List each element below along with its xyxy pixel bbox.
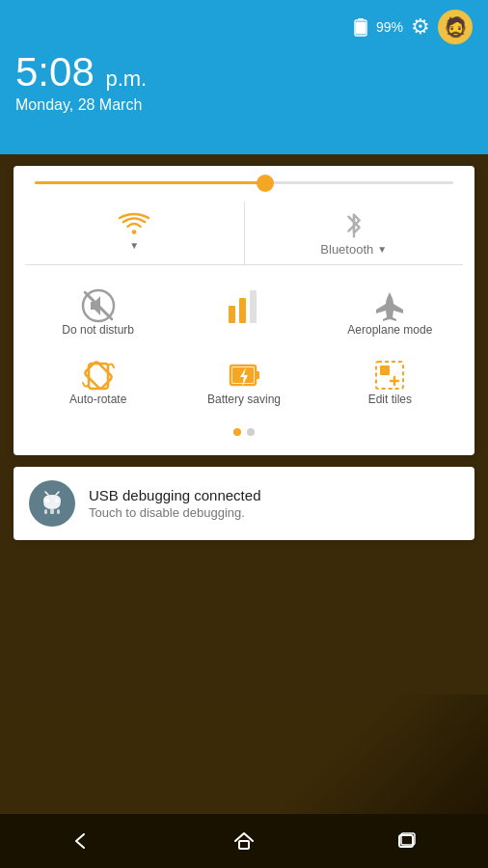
tiles-grid: Do not disturb Aeroplane mode bbox=[25, 265, 463, 415]
bluetooth-dropdown[interactable]: Bluetooth ▼ bbox=[320, 242, 387, 257]
wifi-dropdown[interactable]: ▼ bbox=[129, 240, 139, 251]
tile-auto-rotate[interactable]: Auto-rotate bbox=[25, 344, 171, 414]
bluetooth-label: Bluetooth bbox=[320, 242, 373, 257]
aeroplane-icon bbox=[372, 288, 407, 323]
home-button[interactable] bbox=[225, 822, 263, 860]
svg-line-28 bbox=[45, 492, 48, 495]
tile-volume-area bbox=[171, 275, 316, 344]
tile-edit-tiles[interactable]: Edit tiles bbox=[317, 344, 463, 414]
status-top: 99% ⚙ 🧔 bbox=[15, 10, 473, 44]
tile-do-not-disturb[interactable]: Do not disturb bbox=[25, 275, 171, 344]
svg-point-3 bbox=[132, 230, 137, 234]
back-button[interactable] bbox=[62, 822, 100, 860]
date-display: Monday, 28 March bbox=[15, 96, 473, 114]
settings-icon[interactable]: ⚙ bbox=[411, 14, 430, 40]
bluetooth-toggle[interactable]: Bluetooth ▼ bbox=[245, 202, 464, 264]
do-not-disturb-label: Do not disturb bbox=[62, 323, 134, 337]
time-period: p.m. bbox=[105, 67, 147, 91]
nav-bar bbox=[0, 814, 488, 868]
toggle-row: ▼ Bluetooth ▼ bbox=[25, 202, 463, 265]
notification-card[interactable]: USB debugging connected Touch to disable… bbox=[14, 467, 474, 540]
wifi-toggle[interactable]: ▼ bbox=[25, 202, 245, 264]
page-dot-2[interactable] bbox=[247, 428, 255, 436]
svg-rect-25 bbox=[50, 509, 54, 514]
battery-saving-label: Battery saving bbox=[207, 393, 281, 406]
slider-thumb[interactable] bbox=[257, 175, 274, 192]
notification-title: USB debugging connected bbox=[89, 487, 260, 503]
time-value: 5:08 bbox=[15, 49, 95, 95]
do-not-disturb-icon bbox=[81, 288, 116, 323]
tile-battery-saving[interactable]: Battery saving bbox=[171, 344, 316, 414]
bluetooth-dropdown-arrow: ▼ bbox=[377, 244, 387, 255]
svg-rect-27 bbox=[57, 509, 60, 514]
edit-tiles-icon bbox=[372, 358, 407, 393]
auto-rotate-icon bbox=[81, 358, 116, 393]
svg-rect-1 bbox=[358, 18, 364, 20]
bluetooth-icon bbox=[342, 211, 366, 240]
auto-rotate-label: Auto-rotate bbox=[69, 393, 126, 406]
tile-aeroplane-mode[interactable]: Aeroplane mode bbox=[317, 275, 463, 344]
brightness-slider[interactable] bbox=[35, 181, 453, 184]
svg-rect-30 bbox=[239, 841, 249, 849]
page-dot-1[interactable] bbox=[233, 428, 241, 436]
quick-settings-panel: ▼ Bluetooth ▼ Do bbox=[14, 166, 474, 455]
android-icon bbox=[39, 490, 66, 517]
slider-fill bbox=[35, 181, 265, 184]
svg-line-29 bbox=[56, 492, 59, 495]
recents-button[interactable] bbox=[388, 822, 426, 860]
avatar[interactable]: 🧔 bbox=[438, 10, 473, 44]
svg-rect-26 bbox=[44, 509, 47, 514]
signal-icon bbox=[227, 288, 261, 323]
svg-rect-2 bbox=[356, 22, 366, 35]
aeroplane-mode-label: Aeroplane mode bbox=[347, 323, 432, 337]
battery-icon bbox=[353, 17, 368, 37]
time-display: 5:08 p.m. bbox=[15, 52, 473, 93]
wifi-dropdown-arrow: ▼ bbox=[129, 240, 139, 251]
battery-saving-icon bbox=[227, 358, 261, 393]
svg-rect-17 bbox=[256, 371, 259, 379]
svg-rect-20 bbox=[380, 366, 390, 375]
avatar-emoji: 🧔 bbox=[444, 15, 468, 39]
battery-percent: 99% bbox=[376, 19, 403, 35]
wifi-icon bbox=[119, 211, 149, 238]
svg-rect-19 bbox=[376, 362, 403, 389]
notification-text: USB debugging connected Touch to disable… bbox=[89, 487, 260, 520]
notification-icon bbox=[29, 480, 75, 527]
status-bar: 99% ⚙ 🧔 5:08 p.m. Monday, 28 March bbox=[0, 0, 488, 154]
brightness-row bbox=[25, 181, 463, 184]
edit-tiles-label: Edit tiles bbox=[368, 393, 412, 406]
notification-subtitle: Touch to disable debugging. bbox=[89, 505, 260, 520]
page-dots bbox=[25, 428, 463, 436]
